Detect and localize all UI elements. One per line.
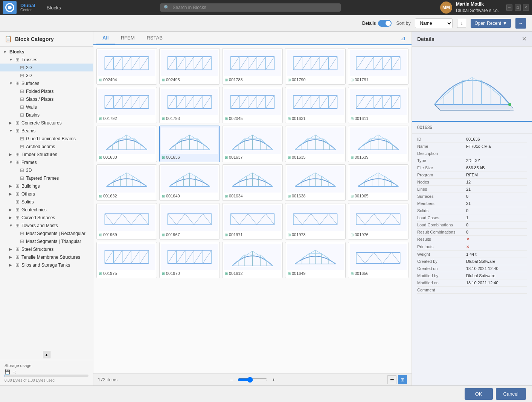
scroll-up-button[interactable]: ▲: [43, 351, 50, 358]
grid-item[interactable]: ⊞ 001632: [96, 164, 157, 201]
grid-item[interactable]: ⊞ 001967: [159, 203, 220, 240]
grid-item[interactable]: ⊞ 001631: [285, 87, 346, 123]
grid-item[interactable]: ⊞ 001788: [222, 48, 283, 85]
maximize-button[interactable]: □: [515, 5, 521, 11]
item-preview: [224, 166, 281, 193]
tree-item-towers-masts[interactable]: ▼ ⊞ Towers and Masts: [0, 221, 93, 229]
file-icon: ⊟: [20, 144, 24, 149]
user-company: Dlubal Software s.r.o.: [456, 8, 499, 14]
prop-row: Results ✕: [417, 236, 527, 243]
prop-key: Modified by: [417, 273, 466, 278]
tree-item-timber[interactable]: ▶ ⊞ Timber Structures: [0, 150, 93, 158]
tree-item-2d[interactable]: ⊟ 2D: [0, 64, 93, 71]
grid-view-button[interactable]: ⊞: [398, 375, 407, 384]
tree-item-slabs[interactable]: ⊟ Slabs / Plates: [0, 95, 93, 103]
tree-item-mast-tri[interactable]: ⊟ Mast Segments | Triangular: [0, 237, 93, 245]
tree-item-others[interactable]: ▶ ⊞ Others: [0, 190, 93, 198]
tree-item-blocks[interactable]: ▼ Blocks: [0, 48, 93, 56]
grid-item[interactable]: ⊞ 001965: [348, 164, 409, 201]
grid-item[interactable]: ⊞ 001639: [348, 126, 409, 162]
arrow-icon: ▶: [9, 255, 14, 259]
grid-item[interactable]: ⊞ 001637: [222, 126, 283, 162]
tree-item-steel[interactable]: ▶ ⊞ Steel Structures: [0, 245, 93, 253]
grid-item[interactable]: ⊞ 001976: [348, 203, 409, 240]
grid-item[interactable]: ⊞ 001630: [96, 126, 157, 162]
tree-item-beams[interactable]: ▼ ⊞ Beams: [0, 127, 93, 135]
grid-item[interactable]: ⊞ 001636: [159, 126, 220, 162]
zoom-in-button[interactable]: +: [270, 376, 277, 384]
grid-item[interactable]: ⊞ 001656: [348, 242, 409, 278]
grid-item[interactable]: ⊞ 001790: [285, 48, 346, 85]
grid-item[interactable]: ⊞ 001649: [285, 242, 346, 278]
tree-item-silos[interactable]: ▶ ⊞ Silos and Storage Tanks: [0, 261, 93, 269]
grid-item[interactable]: ⊞ 001638: [285, 164, 346, 201]
search-bar[interactable]: 🔍: [160, 3, 341, 12]
details-close-button[interactable]: ✕: [522, 35, 527, 42]
zoom-slider[interactable]: [238, 377, 268, 383]
tree-item-3d[interactable]: ⊟ 3D: [0, 71, 93, 79]
cancel-button[interactable]: Cancel: [496, 388, 526, 400]
prop-key: Name: [417, 144, 466, 149]
grid-item[interactable]: ⊞ 002045: [222, 87, 283, 123]
item-label: ⊞ 001649: [287, 270, 344, 276]
tree-item-mast-rect[interactable]: ⊟ Mast Segments | Rectangular: [0, 229, 93, 237]
arrow-icon: ▶: [9, 263, 14, 267]
tree-item-folded-plates[interactable]: ⊟ Folded Plates: [0, 87, 93, 95]
item-icon: ⊞: [162, 194, 165, 198]
file-icon: ⊟: [20, 175, 24, 181]
sort-direction-button[interactable]: ↓: [457, 19, 466, 28]
tree-item-curved-surfaces[interactable]: ▶ ⊞ Curved Surfaces: [0, 214, 93, 221]
grid-item[interactable]: ⊞ 001792: [96, 87, 157, 123]
tree-item-tapered-frames[interactable]: ⊟ Tapered Frames: [0, 174, 93, 182]
tree-item-concrete[interactable]: ▶ ⊞ Concrete Structures: [0, 119, 93, 127]
navigate-button[interactable]: →: [515, 18, 526, 29]
tree-item-glued-beams[interactable]: ⊟ Glued Laminated Beams: [0, 135, 93, 143]
tree-item-trusses[interactable]: ▼ ⊞ Trusses: [0, 56, 93, 64]
sort-select[interactable]: Name: [415, 18, 453, 28]
close-button[interactable]: ✕: [523, 5, 529, 11]
grid-item[interactable]: ⊞ 001791: [348, 48, 409, 85]
details-toggle[interactable]: [378, 20, 392, 27]
tree-item-surfaces[interactable]: ▼ ⊞ Surfaces: [0, 79, 93, 87]
tree-item-label: Walls: [26, 105, 37, 110]
tree-item-walls[interactable]: ⊟ Walls: [0, 103, 93, 111]
svg-line-339: [374, 252, 383, 263]
tab-all[interactable]: All: [96, 32, 115, 45]
tree-item-solids[interactable]: ⊞ Solids: [0, 198, 93, 206]
tree-item-frames[interactable]: ▼ ⊞ Frames: [0, 158, 93, 166]
tree-item-geotechnics[interactable]: ▶ ⊞ Geotechnics: [0, 206, 93, 214]
tab-rstab[interactable]: RSTAB: [140, 32, 168, 45]
grid-item[interactable]: ⊞ 001969: [96, 203, 157, 240]
minimize-button[interactable]: ─: [506, 5, 512, 11]
tree-item-tensile[interactable]: ▶ ⊞ Tensile Membrane Structures: [0, 253, 93, 261]
tree-item-buildings[interactable]: ▶ ⊞ Buildings: [0, 182, 93, 190]
grid-item[interactable]: ⊞ 001640: [159, 164, 220, 201]
grid-item[interactable]: ⊞ 001970: [159, 242, 220, 278]
filter-icon[interactable]: ⊿: [401, 35, 405, 42]
open-recent-button[interactable]: Open Recent ▼: [471, 19, 511, 28]
zoom-out-button[interactable]: −: [228, 376, 235, 384]
tree-item-arched-beams[interactable]: ⊟ Arched beams: [0, 143, 93, 150]
grid-item[interactable]: ⊞ 001634: [222, 164, 283, 201]
grid-item[interactable]: ⊞ 001611: [348, 87, 409, 123]
grid-item[interactable]: ⊞ 001971: [222, 203, 283, 240]
grid-item[interactable]: ⊞ 001973: [285, 203, 346, 240]
tab-rfem[interactable]: RFEM: [115, 32, 141, 45]
search-input[interactable]: [172, 5, 337, 10]
tree-item-frames-3d[interactable]: ⊟ 3D: [0, 166, 93, 174]
item-code: 001971: [229, 232, 243, 237]
ok-button[interactable]: OK: [465, 388, 493, 400]
grid-item[interactable]: ⊞ 002495: [159, 48, 220, 85]
list-view-button[interactable]: ☰: [387, 375, 396, 384]
details-preview: [412, 47, 532, 122]
item-label: ⊞ 001788: [224, 76, 281, 83]
grid-item[interactable]: ⊞ 001975: [96, 242, 157, 278]
grid-item[interactable]: ⊞ 001612: [222, 242, 283, 278]
grid-item[interactable]: ⊞ 001635: [285, 126, 346, 162]
grid-item[interactable]: ⊞ 001793: [159, 87, 220, 123]
tree-item-basins[interactable]: ⊟ Basins: [0, 111, 93, 119]
grid-item[interactable]: ⊞ 002494: [96, 48, 157, 85]
svg-line-256: [194, 214, 203, 225]
tabs-bar: All RFEM RSTAB ⊿: [93, 32, 412, 45]
prop-row: Created on 18.10.2021 12:40: [417, 265, 527, 272]
